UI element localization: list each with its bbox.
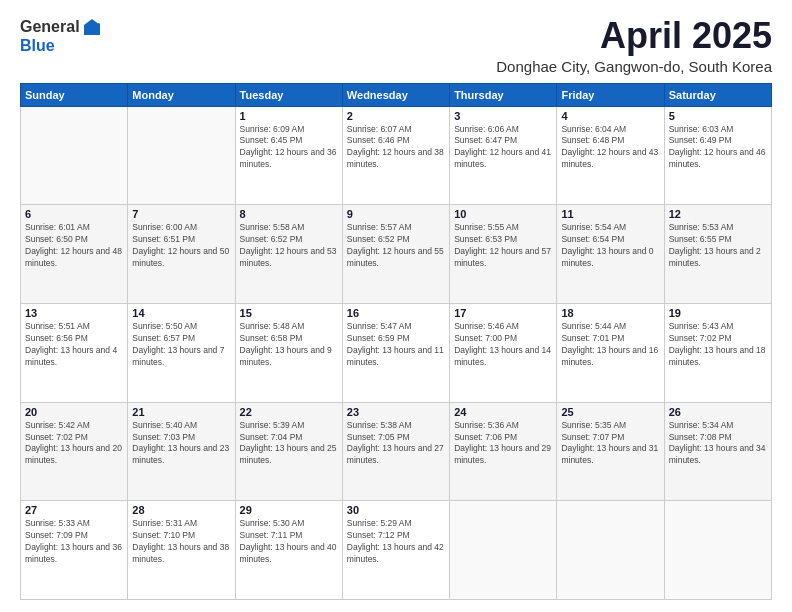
day-info: Sunrise: 5:55 AMSunset: 6:53 PMDaylight:… — [454, 222, 552, 270]
logo-general: General — [20, 18, 80, 36]
calendar-week-row: 6Sunrise: 6:01 AMSunset: 6:50 PMDaylight… — [21, 205, 772, 304]
logo-icon — [82, 17, 102, 37]
day-number: 3 — [454, 110, 552, 122]
day-info: Sunrise: 5:51 AMSunset: 6:56 PMDaylight:… — [25, 321, 123, 369]
table-row — [21, 106, 128, 205]
table-row: 28Sunrise: 5:31 AMSunset: 7:10 PMDayligh… — [128, 501, 235, 600]
day-number: 10 — [454, 208, 552, 220]
day-info: Sunrise: 5:58 AMSunset: 6:52 PMDaylight:… — [240, 222, 338, 270]
day-info: Sunrise: 6:04 AMSunset: 6:48 PMDaylight:… — [561, 124, 659, 172]
day-number: 8 — [240, 208, 338, 220]
table-row — [664, 501, 771, 600]
calendar-week-row: 20Sunrise: 5:42 AMSunset: 7:02 PMDayligh… — [21, 402, 772, 501]
table-row: 2Sunrise: 6:07 AMSunset: 6:46 PMDaylight… — [342, 106, 449, 205]
calendar-week-row: 27Sunrise: 5:33 AMSunset: 7:09 PMDayligh… — [21, 501, 772, 600]
day-info: Sunrise: 5:47 AMSunset: 6:59 PMDaylight:… — [347, 321, 445, 369]
table-row: 20Sunrise: 5:42 AMSunset: 7:02 PMDayligh… — [21, 402, 128, 501]
day-number: 18 — [561, 307, 659, 319]
day-number: 30 — [347, 504, 445, 516]
day-number: 7 — [132, 208, 230, 220]
day-number: 4 — [561, 110, 659, 122]
table-row — [128, 106, 235, 205]
table-row: 29Sunrise: 5:30 AMSunset: 7:11 PMDayligh… — [235, 501, 342, 600]
day-info: Sunrise: 6:01 AMSunset: 6:50 PMDaylight:… — [25, 222, 123, 270]
day-number: 15 — [240, 307, 338, 319]
day-number: 24 — [454, 406, 552, 418]
day-info: Sunrise: 5:44 AMSunset: 7:01 PMDaylight:… — [561, 321, 659, 369]
table-row: 19Sunrise: 5:43 AMSunset: 7:02 PMDayligh… — [664, 303, 771, 402]
day-number: 29 — [240, 504, 338, 516]
day-info: Sunrise: 6:06 AMSunset: 6:47 PMDaylight:… — [454, 124, 552, 172]
table-row: 30Sunrise: 5:29 AMSunset: 7:12 PMDayligh… — [342, 501, 449, 600]
col-monday: Monday — [128, 83, 235, 106]
table-row — [557, 501, 664, 600]
day-number: 12 — [669, 208, 767, 220]
day-number: 5 — [669, 110, 767, 122]
table-row: 18Sunrise: 5:44 AMSunset: 7:01 PMDayligh… — [557, 303, 664, 402]
col-saturday: Saturday — [664, 83, 771, 106]
day-info: Sunrise: 6:07 AMSunset: 6:46 PMDaylight:… — [347, 124, 445, 172]
day-number: 19 — [669, 307, 767, 319]
table-row: 9Sunrise: 5:57 AMSunset: 6:52 PMDaylight… — [342, 205, 449, 304]
table-row: 1Sunrise: 6:09 AMSunset: 6:45 PMDaylight… — [235, 106, 342, 205]
table-row: 27Sunrise: 5:33 AMSunset: 7:09 PMDayligh… — [21, 501, 128, 600]
day-number: 26 — [669, 406, 767, 418]
table-row: 16Sunrise: 5:47 AMSunset: 6:59 PMDayligh… — [342, 303, 449, 402]
day-number: 9 — [347, 208, 445, 220]
table-row: 17Sunrise: 5:46 AMSunset: 7:00 PMDayligh… — [450, 303, 557, 402]
day-number: 13 — [25, 307, 123, 319]
day-number: 20 — [25, 406, 123, 418]
table-row: 25Sunrise: 5:35 AMSunset: 7:07 PMDayligh… — [557, 402, 664, 501]
table-row: 13Sunrise: 5:51 AMSunset: 6:56 PMDayligh… — [21, 303, 128, 402]
calendar-header-row: Sunday Monday Tuesday Wednesday Thursday… — [21, 83, 772, 106]
table-row: 6Sunrise: 6:01 AMSunset: 6:50 PMDaylight… — [21, 205, 128, 304]
day-number: 21 — [132, 406, 230, 418]
table-row: 23Sunrise: 5:38 AMSunset: 7:05 PMDayligh… — [342, 402, 449, 501]
day-info: Sunrise: 5:53 AMSunset: 6:55 PMDaylight:… — [669, 222, 767, 270]
col-wednesday: Wednesday — [342, 83, 449, 106]
col-friday: Friday — [557, 83, 664, 106]
table-row: 3Sunrise: 6:06 AMSunset: 6:47 PMDaylight… — [450, 106, 557, 205]
day-info: Sunrise: 5:50 AMSunset: 6:57 PMDaylight:… — [132, 321, 230, 369]
day-info: Sunrise: 6:00 AMSunset: 6:51 PMDaylight:… — [132, 222, 230, 270]
header: General Blue April 2025 Donghae City, Ga… — [20, 16, 772, 75]
day-number: 2 — [347, 110, 445, 122]
table-row: 10Sunrise: 5:55 AMSunset: 6:53 PMDayligh… — [450, 205, 557, 304]
day-number: 23 — [347, 406, 445, 418]
day-info: Sunrise: 5:33 AMSunset: 7:09 PMDaylight:… — [25, 518, 123, 566]
table-row: 14Sunrise: 5:50 AMSunset: 6:57 PMDayligh… — [128, 303, 235, 402]
subtitle: Donghae City, Gangwon-do, South Korea — [496, 58, 772, 75]
day-number: 11 — [561, 208, 659, 220]
day-number: 17 — [454, 307, 552, 319]
table-row: 15Sunrise: 5:48 AMSunset: 6:58 PMDayligh… — [235, 303, 342, 402]
day-info: Sunrise: 5:29 AMSunset: 7:12 PMDaylight:… — [347, 518, 445, 566]
table-row: 24Sunrise: 5:36 AMSunset: 7:06 PMDayligh… — [450, 402, 557, 501]
table-row — [450, 501, 557, 600]
table-row: 4Sunrise: 6:04 AMSunset: 6:48 PMDaylight… — [557, 106, 664, 205]
logo-blue: Blue — [20, 37, 55, 54]
calendar-week-row: 13Sunrise: 5:51 AMSunset: 6:56 PMDayligh… — [21, 303, 772, 402]
table-row: 5Sunrise: 6:03 AMSunset: 6:49 PMDaylight… — [664, 106, 771, 205]
day-info: Sunrise: 5:43 AMSunset: 7:02 PMDaylight:… — [669, 321, 767, 369]
title-block: April 2025 Donghae City, Gangwon-do, Sou… — [496, 16, 772, 75]
day-info: Sunrise: 6:09 AMSunset: 6:45 PMDaylight:… — [240, 124, 338, 172]
day-number: 6 — [25, 208, 123, 220]
calendar-week-row: 1Sunrise: 6:09 AMSunset: 6:45 PMDaylight… — [21, 106, 772, 205]
day-info: Sunrise: 5:31 AMSunset: 7:10 PMDaylight:… — [132, 518, 230, 566]
day-info: Sunrise: 5:34 AMSunset: 7:08 PMDaylight:… — [669, 420, 767, 468]
col-thursday: Thursday — [450, 83, 557, 106]
logo: General Blue — [20, 16, 102, 55]
day-info: Sunrise: 5:40 AMSunset: 7:03 PMDaylight:… — [132, 420, 230, 468]
table-row: 12Sunrise: 5:53 AMSunset: 6:55 PMDayligh… — [664, 205, 771, 304]
col-sunday: Sunday — [21, 83, 128, 106]
main-title: April 2025 — [496, 16, 772, 56]
day-info: Sunrise: 5:54 AMSunset: 6:54 PMDaylight:… — [561, 222, 659, 270]
table-row: 8Sunrise: 5:58 AMSunset: 6:52 PMDaylight… — [235, 205, 342, 304]
page: General Blue April 2025 Donghae City, Ga… — [0, 0, 792, 612]
day-info: Sunrise: 5:42 AMSunset: 7:02 PMDaylight:… — [25, 420, 123, 468]
day-info: Sunrise: 5:39 AMSunset: 7:04 PMDaylight:… — [240, 420, 338, 468]
day-number: 25 — [561, 406, 659, 418]
day-number: 1 — [240, 110, 338, 122]
day-info: Sunrise: 6:03 AMSunset: 6:49 PMDaylight:… — [669, 124, 767, 172]
day-info: Sunrise: 5:38 AMSunset: 7:05 PMDaylight:… — [347, 420, 445, 468]
